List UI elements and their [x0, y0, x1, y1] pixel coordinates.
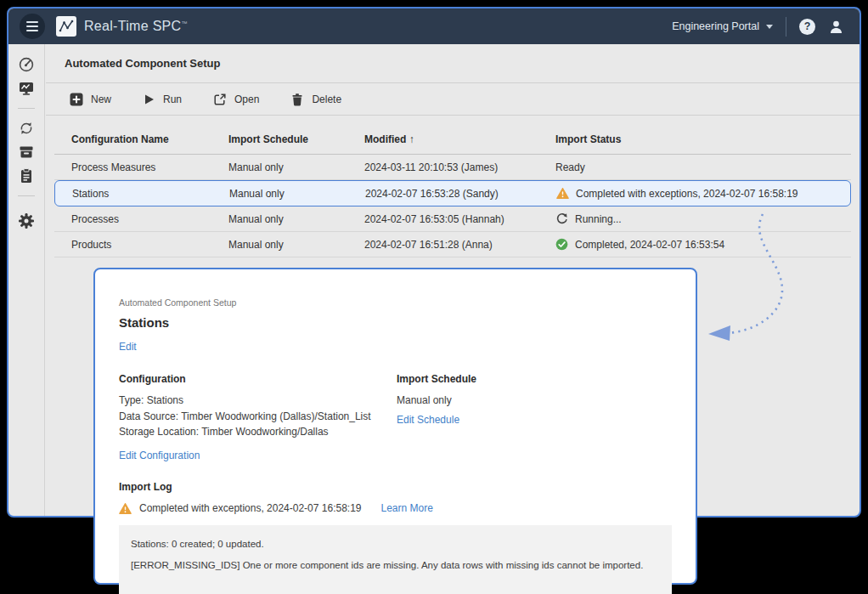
import-log-section: Import Log Completed with exceptions, 20… — [119, 481, 672, 594]
nav-divider — [18, 195, 35, 196]
edit-schedule-link[interactable]: Edit Schedule — [397, 414, 459, 426]
cell-configuration-name: Stations — [72, 188, 229, 200]
gauge-icon[interactable] — [18, 56, 35, 73]
column-header-modified[interactable]: Modified ↑ — [364, 133, 555, 145]
toolbar: New Run Open — [46, 83, 860, 116]
cell-modified: 2024-02-07 16:53:28 (Sandy) — [365, 188, 556, 200]
column-header-import-status[interactable]: Import Status — [555, 133, 851, 145]
configuration-section: Configuration Type: Stations Data Source… — [119, 373, 397, 462]
configuration-storage-location: Storage Location: Timber Woodworking/Dal… — [119, 424, 397, 440]
gear-icon[interactable] — [18, 212, 35, 229]
table-row[interactable]: Process Measures Manual only 2024-03-11 … — [54, 155, 851, 180]
archive-icon[interactable] — [18, 144, 35, 161]
import-log-heading: Import Log — [119, 481, 672, 493]
trademark: ™ — [181, 20, 187, 26]
column-header-configuration-name[interactable]: Configuration Name — [71, 133, 228, 145]
log-line: [ERROR_MISSING_IDS] One or more componen… — [131, 560, 660, 570]
warning-icon — [119, 502, 132, 515]
chevron-down-icon — [766, 25, 773, 29]
warning-icon — [556, 187, 569, 200]
column-header-import-schedule[interactable]: Import Schedule — [228, 133, 364, 145]
running-refresh-icon — [555, 212, 568, 225]
app-logo-icon — [56, 16, 76, 37]
chart-monitor-icon[interactable] — [18, 80, 35, 97]
station-detail-panel: Automated Component Setup Stations Edit … — [93, 268, 697, 585]
cell-import-schedule: Manual only — [229, 188, 365, 200]
new-button[interactable]: New — [70, 93, 111, 106]
run-button[interactable]: Run — [143, 93, 182, 106]
open-external-icon — [213, 93, 227, 106]
cell-import-schedule: Manual only — [228, 161, 364, 173]
import-schedule-value: Manual only — [397, 393, 476, 409]
help-icon[interactable]: ? — [799, 19, 815, 35]
learn-more-link[interactable]: Learn More — [381, 502, 433, 514]
app-header: Real-Time SPC™ Engineering Portal ? — [8, 8, 860, 44]
left-nav — [8, 44, 45, 516]
edit-configuration-link[interactable]: Edit Configuration — [119, 450, 200, 461]
trash-icon — [290, 93, 304, 106]
cell-import-schedule: Manual only — [228, 239, 364, 251]
breadcrumb: Automated Component Setup — [119, 297, 672, 308]
import-schedule-section: Import Schedule Manual only Edit Schedul… — [397, 373, 476, 462]
user-icon[interactable] — [828, 19, 844, 35]
page-title: Automated Component Setup — [46, 44, 860, 83]
cell-configuration-name: Processes — [71, 213, 228, 225]
cell-configuration-name: Process Measures — [71, 161, 228, 173]
configuration-heading: Configuration — [119, 373, 397, 385]
nav-divider — [18, 108, 35, 109]
clipboard-icon[interactable] — [18, 167, 35, 184]
cell-import-schedule: Manual only — [228, 213, 364, 225]
import-log-output: Stations: 0 created; 0 updated. [ERROR_M… — [119, 525, 672, 594]
panel-title: Stations — [119, 315, 672, 330]
edit-link[interactable]: Edit — [119, 341, 137, 353]
success-check-icon — [555, 238, 568, 251]
configuration-type: Type: Stations — [119, 393, 397, 409]
hamburger-menu-icon[interactable] — [20, 14, 45, 39]
play-icon — [143, 93, 155, 106]
plus-square-icon — [70, 93, 83, 106]
sync-icon[interactable] — [18, 120, 35, 137]
delete-button[interactable]: Delete — [290, 93, 341, 106]
dashed-pointer-arrow — [696, 200, 798, 344]
sort-asc-icon: ↑ — [409, 133, 414, 145]
cell-modified: 2024-02-07 16:53:05 (Hannah) — [364, 213, 555, 225]
open-button[interactable]: Open — [213, 93, 259, 106]
import-schedule-heading: Import Schedule — [397, 373, 476, 385]
cell-configuration-name: Products — [71, 239, 228, 251]
log-line: Stations: 0 created; 0 updated. — [131, 539, 660, 549]
cell-modified: 2024-03-11 20:10:53 (James) — [364, 161, 555, 173]
cell-import-status: Ready — [555, 161, 851, 173]
configuration-data-source: Data Source: Timber Woodworking (Dallas)… — [119, 409, 397, 425]
header-divider — [786, 17, 786, 37]
portal-selector[interactable]: Engineering Portal — [672, 20, 773, 32]
cell-modified: 2024-02-07 16:51:28 (Anna) — [364, 239, 555, 251]
import-log-status: Completed with exceptions, 2024-02-07 16… — [139, 502, 362, 514]
cell-import-status: Completed with exceptions, 2024-02-07 16… — [556, 187, 850, 200]
table-header-row: Configuration Name Import Schedule Modif… — [54, 125, 851, 155]
app-title: Real-Time SPC™ — [84, 19, 188, 34]
